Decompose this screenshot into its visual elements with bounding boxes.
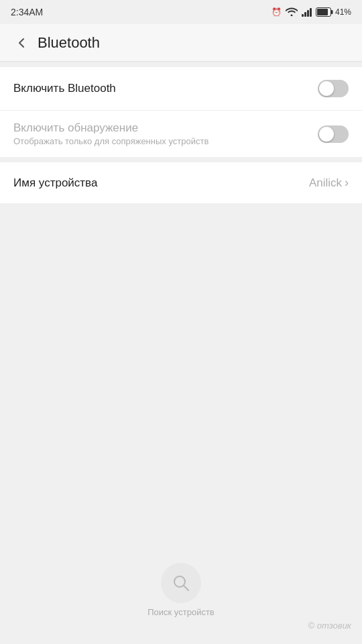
signal-icon: [302, 7, 312, 17]
back-button[interactable]: [11, 32, 32, 54]
discovery-toggle-label: Включить обнаружение: [13, 121, 208, 135]
status-icons: ⏰ 41%: [272, 7, 351, 18]
discovery-label-group: Включить обнаружение Отображать только д…: [13, 121, 208, 146]
bottom-area: Поиск устройств: [0, 563, 362, 617]
bluetooth-toggle-row[interactable]: Включить Bluetooth: [0, 67, 362, 110]
page-title: Bluetooth: [38, 34, 100, 52]
status-time: 2:34AM: [11, 7, 43, 17]
bluetooth-section: Включить Bluetooth Включить обнаружение …: [0, 67, 362, 157]
search-devices-button[interactable]: [161, 563, 201, 603]
alarm-icon: ⏰: [272, 7, 282, 17]
status-bar: 2:34AM ⏰ 41%: [0, 0, 362, 24]
bluetooth-toggle-knob: [319, 81, 334, 96]
svg-rect-1: [317, 9, 328, 15]
settings-content: Включить Bluetooth Включить обнаружение …: [0, 67, 362, 203]
chevron-right-icon: ›: [345, 176, 349, 190]
discovery-toggle-row[interactable]: Включить обнаружение Отображать только д…: [0, 110, 362, 157]
device-name-label: Имя устройства: [13, 176, 97, 190]
discovery-toggle-knob: [319, 127, 334, 142]
top-nav: Bluetooth: [0, 24, 362, 62]
bluetooth-toggle-switch[interactable]: [318, 80, 349, 97]
discovery-toggle-switch[interactable]: [318, 125, 349, 143]
battery-percent: 41%: [335, 7, 351, 17]
search-icon: [171, 573, 191, 593]
watermark: © отзовик: [308, 621, 351, 631]
device-name-value-group: Anilick ›: [309, 176, 349, 190]
bluetooth-toggle-label: Включить Bluetooth: [13, 82, 116, 95]
svg-line-4: [184, 586, 188, 590]
discovery-toggle-sublabel: Отображать только для сопряженных устрой…: [13, 136, 208, 146]
device-name-row[interactable]: Имя устройства Anilick ›: [0, 162, 362, 203]
svg-rect-2: [331, 10, 333, 14]
battery-icon: 41%: [316, 7, 351, 17]
search-devices-label: Поиск устройств: [147, 607, 215, 617]
wifi-icon: [286, 7, 298, 18]
device-name-value: Anilick: [309, 176, 342, 190]
